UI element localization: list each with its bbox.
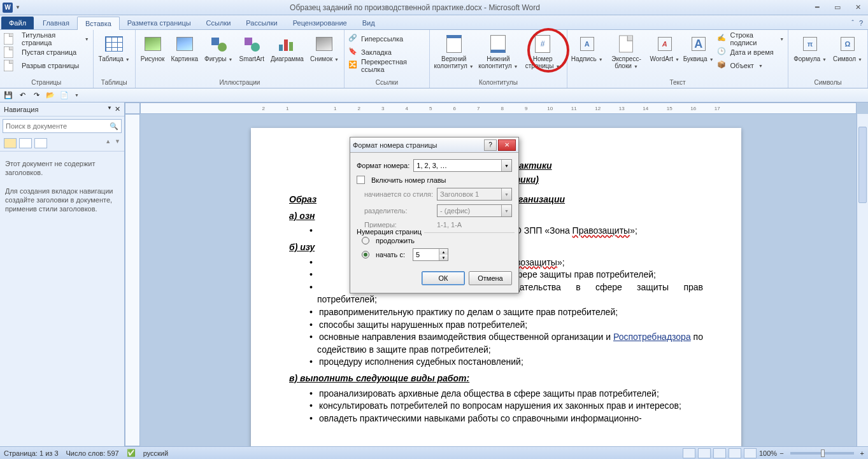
- equation-button[interactable]: πФормула▼: [791, 32, 829, 64]
- nav-view-results[interactable]: [34, 138, 47, 148]
- nav-search-input[interactable]: [3, 120, 107, 132]
- continue-label: продолжить: [376, 237, 415, 244]
- chart-button[interactable]: Диаграмма: [268, 32, 306, 64]
- blank-page-button[interactable]: Пустая страница: [3, 46, 90, 59]
- start-at-spinner[interactable]: ▲ ▼: [413, 248, 448, 261]
- vertical-scrollbar[interactable]: [857, 114, 868, 446]
- cancel-button[interactable]: Отмена: [469, 271, 512, 285]
- print-layout-view[interactable]: [683, 448, 695, 458]
- quick-access-toolbar: 💾 ↶ ↷ 📂 📄 ▼: [0, 88, 868, 102]
- group-links-label: Ссылки: [347, 78, 427, 87]
- qat-dropdown-icon[interactable]: ▼: [15, 4, 20, 10]
- ruler-corner[interactable]: [125, 102, 140, 114]
- status-page[interactable]: Страница: 1 из 3: [4, 449, 59, 457]
- proofing-icon[interactable]: ✅: [127, 449, 136, 457]
- header-icon: [444, 34, 464, 54]
- zoom-out-button[interactable]: −: [779, 449, 783, 457]
- close-window-button[interactable]: ✕: [850, 3, 865, 13]
- screenshot-button[interactable]: Снимок▼: [308, 32, 341, 64]
- horizontal-ruler[interactable]: 211234567891011121314151617: [140, 102, 857, 114]
- textbox-button[interactable]: AНадпись▼: [570, 32, 604, 64]
- footer-button[interactable]: Нижний колонтитул▼: [477, 32, 520, 71]
- header-button[interactable]: Верхний колонтитул▼: [432, 32, 476, 71]
- cover-page-button[interactable]: Титульная страница▼: [3, 32, 90, 45]
- nav-search[interactable]: 🔍: [3, 119, 122, 133]
- maximize-button[interactable]: ▭: [830, 3, 845, 13]
- nav-msg2: Для создания вкладок навигации создайте …: [5, 187, 119, 214]
- nav-close-icon[interactable]: ✕: [115, 105, 120, 113]
- undo-button[interactable]: ↶: [17, 90, 28, 101]
- draft-view[interactable]: [744, 448, 757, 458]
- redo-button[interactable]: ↷: [31, 90, 42, 101]
- smartart-button[interactable]: SmartArt: [236, 32, 266, 64]
- status-words[interactable]: Число слов: 597: [66, 449, 119, 457]
- spinner-down-icon[interactable]: ▼: [439, 255, 448, 260]
- number-format-select[interactable]: 1, 2, 3, … ▼: [413, 159, 512, 172]
- page-break-icon: [4, 60, 13, 71]
- start-at-radio[interactable]: [362, 251, 369, 258]
- bookmark-button[interactable]: 🔖Закладка: [347, 46, 427, 59]
- tab-layout[interactable]: Разметка страницы: [120, 17, 199, 29]
- search-icon[interactable]: 🔍: [107, 120, 121, 132]
- minimize-button[interactable]: ━: [809, 3, 825, 13]
- vertical-ruler[interactable]: [125, 114, 140, 446]
- datetime-button[interactable]: 🕒Дата и время: [716, 46, 785, 59]
- shapes-button[interactable]: Фигуры▼: [202, 32, 235, 64]
- blank-page-icon: [4, 46, 13, 58]
- tab-insert[interactable]: Вставка: [77, 17, 120, 30]
- new-button[interactable]: 📄: [59, 90, 70, 101]
- zoom-in-button[interactable]: +: [860, 449, 864, 457]
- tab-references[interactable]: Ссылки: [199, 17, 239, 29]
- dialog-help-button[interactable]: ?: [484, 139, 497, 151]
- spinner-up-icon[interactable]: ▲: [439, 249, 448, 255]
- web-layout-view[interactable]: [713, 448, 726, 458]
- quickparts-button[interactable]: Экспресс-блоки▼: [605, 32, 647, 71]
- page-break-button[interactable]: Разрыв страницы: [3, 59, 90, 72]
- nav-dropdown-icon[interactable]: ▼: [107, 105, 112, 113]
- wordart-button[interactable]: AWordArt▼: [649, 32, 681, 64]
- clipart-button[interactable]: Картинка: [168, 32, 201, 64]
- hyperlink-button[interactable]: 🔗Гиперссылка: [347, 32, 427, 45]
- nav-next-icon[interactable]: ▼: [115, 138, 120, 148]
- status-language[interactable]: русский: [143, 449, 168, 457]
- cross-ref-button[interactable]: 🔀Перекрестная ссылка: [347, 59, 427, 72]
- include-chapter-checkbox[interactable]: [357, 176, 365, 184]
- save-button[interactable]: 💾: [3, 90, 14, 101]
- cover-page-icon: [4, 33, 13, 45]
- signature-line-button[interactable]: ✍Строка подписи▼: [716, 32, 785, 45]
- picture-button[interactable]: Рисунок: [138, 32, 167, 64]
- symbol-button[interactable]: ΩСимвол▼: [830, 32, 865, 64]
- object-icon: 📦: [717, 60, 727, 71]
- nav-view-pages[interactable]: [19, 138, 32, 148]
- ribbon-minimize-icon[interactable]: ˆ: [851, 19, 854, 27]
- tab-mailings[interactable]: Рассылки: [238, 17, 285, 29]
- nav-prev-icon[interactable]: ▲: [105, 138, 111, 148]
- open-button[interactable]: 📂: [45, 90, 56, 101]
- include-chapter-label: Включить номер главы: [371, 176, 446, 184]
- tab-home[interactable]: Главная: [35, 17, 77, 29]
- object-button[interactable]: 📦Объект▼: [716, 59, 785, 72]
- dialog-close-button[interactable]: ✕: [498, 139, 516, 151]
- nav-view-headings[interactable]: [4, 138, 17, 148]
- datetime-icon: 🕒: [717, 47, 727, 57]
- zoom-slider[interactable]: [790, 452, 854, 455]
- continue-radio[interactable]: [362, 237, 369, 244]
- tab-view[interactable]: Вид: [355, 17, 383, 29]
- tab-review[interactable]: Рецензирование: [285, 17, 355, 29]
- table-button[interactable]: Таблица▼: [96, 32, 132, 64]
- tab-file[interactable]: Файл: [1, 17, 34, 29]
- group-illustrations-label: Иллюстрации: [138, 78, 341, 87]
- outline-view[interactable]: [729, 448, 741, 458]
- zoom-thumb[interactable]: [821, 449, 825, 457]
- page-number-button[interactable]: #Номер страницы▼: [521, 32, 564, 71]
- ok-button[interactable]: ОК: [422, 271, 465, 285]
- qat-customize-icon[interactable]: ▼: [75, 93, 79, 97]
- nav-title: Навигация: [4, 106, 38, 113]
- fullscreen-view[interactable]: [698, 448, 711, 458]
- help-icon[interactable]: ?: [859, 19, 863, 27]
- start-at-input[interactable]: [413, 249, 439, 260]
- dropcap-button[interactable]: AБуквица▼: [682, 32, 715, 64]
- scroll-thumb[interactable]: [858, 127, 867, 203]
- zoom-level[interactable]: 100%: [759, 449, 777, 457]
- title-bar: W ▼ Образец заданий по производственной …: [0, 0, 868, 15]
